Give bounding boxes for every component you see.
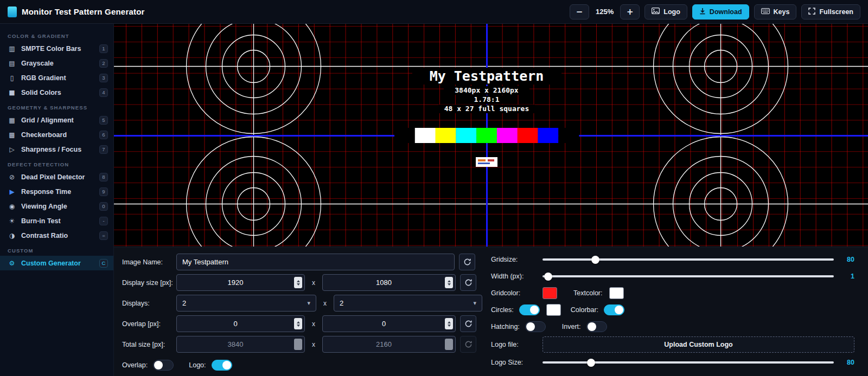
gridcolor-label: Gridcolor: — [491, 289, 542, 297]
displays-x-value: 2 — [182, 299, 186, 307]
sidebar-item-custom-generator[interactable]: ⚙ Custom Generator C — [0, 256, 113, 270]
displays-x-select[interactable]: 2 ▾ — [176, 295, 316, 312]
image-name-input[interactable] — [177, 254, 454, 270]
gridsize-slider[interactable] — [542, 254, 834, 265]
play-icon: ▶ — [8, 188, 16, 196]
section-title-color-gradient: COLOR & GRADIENT — [0, 28, 113, 41]
reset-image-name-button[interactable] — [459, 254, 475, 270]
app-logo-icon — [8, 7, 17, 17]
gridsize-label: Gridsize: — [491, 256, 542, 263]
colorbar-toggle[interactable] — [604, 304, 624, 315]
total-width-field — [176, 336, 305, 353]
chevron-down-icon: ▾ — [473, 300, 476, 307]
textcolor-label: Textcolor: — [573, 289, 603, 297]
x-separator: x — [316, 300, 334, 307]
logo-file-label: Logo file: — [491, 341, 542, 348]
sidebar-item-burn-in-test[interactable]: ☀ Burn-in Test - — [0, 213, 113, 228]
zoom-in-button[interactable]: + — [620, 4, 640, 20]
stepper-icon[interactable] — [294, 277, 302, 288]
line-width-slider[interactable] — [542, 271, 834, 282]
sidebar-item-label: Contrast Ratio — [21, 232, 94, 239]
overlap-toggle[interactable] — [153, 360, 174, 371]
hatching-label: Hatching: — [491, 323, 520, 330]
sidebar-item-solid-colors[interactable]: ■ Solid Colors 4 — [0, 85, 113, 100]
logo-size-value: 80 — [838, 359, 854, 366]
settings-left-column: Image Name: Display size [px]: x — [114, 247, 483, 376]
hatching-toggle[interactable] — [525, 321, 546, 332]
hotkey-badge: 8 — [99, 173, 108, 181]
display-height-field[interactable] — [322, 274, 456, 291]
hotkey-badge: 1 — [99, 44, 108, 53]
logo-button[interactable]: Logo — [644, 4, 687, 20]
sidebar-item-grayscale[interactable]: ▤ Grayscale 2 — [0, 56, 113, 70]
sidebar: COLOR & GRADIENT ▥ SMPTE Color Bars 1 ▤ … — [0, 24, 114, 376]
display-size-label: Display size [px]: — [122, 279, 176, 287]
hotkey-badge: - — [99, 217, 108, 225]
displays-y-select[interactable]: 2 ▾ — [334, 295, 482, 312]
sidebar-item-grid-alignment[interactable]: ▦ Grid / Alignment 5 — [0, 113, 113, 127]
line-width-label: Width (px): — [491, 273, 542, 280]
reset-overlap-button[interactable] — [460, 315, 476, 332]
x-separator: x — [305, 341, 322, 348]
logo-size-label: Logo Size: — [491, 359, 542, 366]
pattern-preview-canvas: My Testpattern 3840px x 2160px 1.78:1 48… — [114, 24, 868, 247]
pattern-squares: 48 x 27 full squares — [444, 105, 529, 113]
reset-display-size-button[interactable] — [460, 274, 476, 291]
pattern-resolution: 3840px x 2160px — [455, 86, 519, 94]
sidebar-item-response-time[interactable]: ▶ Response Time 9 — [0, 184, 113, 199]
sidebar-item-viewing-angle[interactable]: ◉ Viewing Angle 0 — [0, 199, 113, 213]
fullscreen-button[interactable]: Fullscreen — [801, 4, 860, 20]
sidebar-item-label: Solid Colors — [21, 89, 94, 96]
gear-icon: ⚙ — [8, 260, 16, 267]
display-height-input[interactable] — [323, 275, 445, 290]
overlap-x-input[interactable] — [177, 316, 294, 332]
sidebar-item-sharpness-focus[interactable]: ▷ Sharpness / Focus 7 — [0, 142, 113, 157]
viewing-angle-icon: ◉ — [8, 203, 16, 210]
invert-label: Invert: — [562, 323, 581, 330]
upload-custom-logo-button[interactable]: Upload Custom Logo — [542, 336, 854, 353]
chevron-down-icon: ▾ — [307, 300, 310, 307]
hotkey-badge: 7 — [99, 145, 108, 154]
invert-toggle[interactable] — [586, 321, 607, 332]
circle-color-swatch[interactable] — [546, 304, 561, 316]
logo-size-slider[interactable] — [542, 357, 834, 368]
stepper-icon[interactable] — [294, 318, 302, 329]
preview-logo — [476, 157, 497, 167]
checkerboard-icon: ▩ — [8, 131, 16, 139]
circles-toggle[interactable] — [519, 304, 540, 315]
overlap-y-input[interactable] — [323, 316, 445, 332]
grid-icon: ▦ — [8, 116, 16, 124]
stepper-icon[interactable] — [445, 318, 453, 329]
image-icon — [652, 8, 660, 16]
hotkey-badge: C — [99, 259, 108, 268]
grayscale-icon: ▤ — [8, 60, 16, 67]
total-height-field — [322, 336, 456, 353]
logo-toggle-label: Logo: — [189, 361, 206, 369]
display-width-field[interactable] — [176, 274, 305, 291]
sidebar-item-dead-pixel-detector[interactable]: ⊘ Dead Pixel Detector 8 — [0, 170, 113, 184]
sidebar-item-label: Sharpness / Focus — [21, 146, 94, 153]
logo-toggle[interactable] — [212, 360, 232, 371]
preview-colorbar — [394, 128, 579, 143]
zoom-level: 125% — [596, 8, 614, 16]
sidebar-item-checkerboard[interactable]: ▩ Checkerboard 6 — [0, 127, 113, 142]
zoom-out-button[interactable]: − — [570, 4, 589, 20]
sidebar-item-label: Checkerboard — [21, 131, 94, 139]
pattern-aspect-ratio: 1.78:1 — [474, 95, 500, 103]
overlap-x-field[interactable] — [176, 315, 305, 332]
sidebar-item-contrast-ratio[interactable]: ◑ Contrast Ratio = — [0, 228, 113, 243]
image-name-field[interactable] — [176, 254, 455, 270]
total-size-label: Total size [px]: — [122, 341, 176, 348]
overlap-y-field[interactable] — [322, 315, 456, 332]
stepper-icon[interactable] — [445, 277, 453, 288]
gridcolor-swatch[interactable] — [542, 287, 557, 299]
keys-button[interactable]: Keys — [754, 4, 797, 20]
sharpness-icon: ▷ — [8, 146, 16, 153]
sidebar-item-smpte-color-bars[interactable]: ▥ SMPTE Color Bars 1 — [0, 41, 113, 56]
display-width-input[interactable] — [177, 275, 294, 290]
displays-label: Displays: — [122, 300, 176, 307]
section-title-defect-detection: DEFECT DETECTION — [0, 157, 113, 170]
sidebar-item-rgb-gradient[interactable]: ▯ RGB Gradient 3 — [0, 70, 113, 85]
download-button[interactable]: Download — [692, 4, 749, 20]
textcolor-swatch[interactable] — [609, 287, 624, 299]
